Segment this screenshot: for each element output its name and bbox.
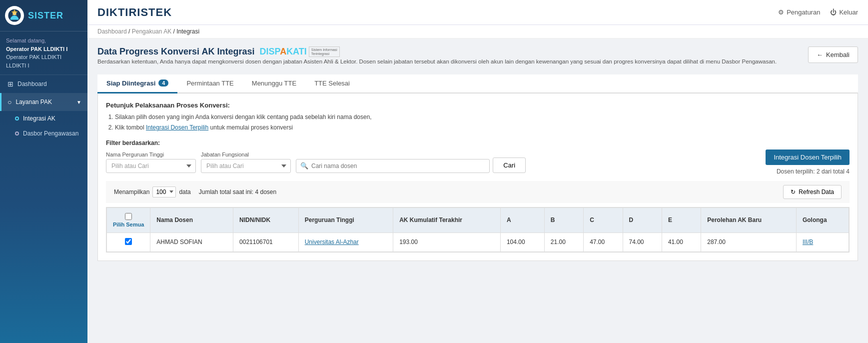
kembali-button[interactable]: ← Kembali [808,46,858,63]
th-col-d: D [623,208,662,232]
jabatan-fungsional-label: Jabatan Fungsional [201,152,291,158]
page-description: Berdasarkan ketentuan, Anda hanya dapat … [97,57,777,66]
user-greeting: Selamat datang, [6,36,81,45]
row-checkbox-0[interactable] [125,238,132,245]
brand-logo-badge: Sistem Informasi Terintegrasi [309,46,340,57]
refresh-label: Refresh Data [799,188,834,196]
instructions-section: Petunjuk Pelaksanaan Proses Konversi: Si… [106,102,850,134]
search-section: Search 🔍 Cari [296,152,526,173]
page-content: Data Progress Konversi AK Integrasi DISP… [87,38,868,343]
logout-icon: ⏻ [830,8,837,16]
submenu-dot-integrasi [15,116,19,120]
cari-label: Cari [503,162,515,169]
sidebar-dasbor-label: Dasbor Pengawasan [23,130,78,137]
perguruan-tinggi-select[interactable]: Pilih atau Cari [106,159,196,173]
integrasi-link-text[interactable]: Integrasi Dosen Terpilih [146,124,208,131]
perguruan-tinggi-filter: Nama Perguruan Tinggi Pilih atau Cari [106,152,196,173]
instructions-list: Silakan pilih dosen yang ingin Anda konv… [106,112,850,134]
sidebar-item-integrasi-ak[interactable]: Integrasi AK [0,111,87,126]
chevron-icon: ▼ [76,100,81,105]
page-header: Data Progress Konversi AK Integrasi DISP… [97,46,858,72]
search-icon: 🔍 [300,162,308,170]
sidebar-submenu-layanan-pak: Integrasi AK Dasbor Pengawasan [0,111,87,141]
search-input[interactable] [311,160,485,172]
kembali-label: Kembali [826,51,850,58]
instruction-step-1: Silakan pilih dosen yang ingin Anda konv… [115,112,850,123]
th-col-e: E [662,208,701,232]
jabatan-fungsional-select[interactable]: Pilih atau Cari [201,159,291,173]
tab-siap-label: Siap Diintegrasi [106,80,155,87]
sidebar-item-dasbor-pengawasan[interactable]: Dasbor Pengawasan [0,126,87,141]
td-golongan-0: III/B [796,232,849,252]
th-checkbox: Pilih Semua [107,208,150,232]
sidebar-title: SISTER [28,10,63,21]
gear-icon: ⚙ [778,8,784,16]
sidebar-item-layanan-pak-label: Layanan PAK [15,98,52,106]
td-checkbox-0 [107,232,150,252]
tab-permintaan-tte[interactable]: Permintaan TTE [177,74,242,94]
th-ak-kumulatif: AK Kumulatif Terakhir [393,208,501,232]
breadcrumb-dashboard[interactable]: Dashboard [97,28,127,35]
selected-info: Dosen terpilih: 2 dari total 4 [777,168,850,175]
td-perolehan-ak-0: 287.00 [701,232,797,252]
topbar: DIKTIRISTEK ⚙ Pengaturan ⏻ Keluar [87,0,868,25]
tab-menunggu-tte[interactable]: Menunggu TTE [243,74,305,94]
td-nama-dosen-0: AHMAD SOFIAN [150,232,233,252]
sidebar-item-layanan-pak[interactable]: ○ Layanan PAK ▼ [0,93,87,111]
perguruan-tinggi-link-0[interactable]: Universitas Al-Azhar [305,238,359,246]
data-label: data [179,188,190,196]
dispakati-badge: DISPAKATI Sistem Informasi Terintegrasi [259,46,339,57]
th-nama-dosen: Nama Dosen [150,208,233,232]
table-header-row: Pilih Semua Nama Dosen NIDN/NIDK Perguru… [107,208,849,232]
tab-siap-badge: 4 [158,80,168,86]
integrasi-label: Integrasi Dosen Terpilih [774,154,842,161]
brand-a: A [280,46,286,56]
show-row: Menampilkan 100 data Jumlah total saat i… [114,186,276,198]
filter-row: Nama Perguruan Tinggi Pilih atau Cari Ja… [106,150,850,175]
pengaturan-label: Pengaturan [787,8,820,16]
th-nidn: NIDN/NIDK [233,208,299,232]
filter-label: Filter berdasarkan: [106,140,850,146]
sidebar-user: Selamat datang, Operator PAK LLDIKTI I O… [0,32,87,75]
refresh-icon: ↻ [791,188,796,196]
topbar-actions: ⚙ Pengaturan ⏻ Keluar [778,8,858,16]
integrasi-action-section: Integrasi Dosen Terpilih Dosen terpilih:… [766,150,850,175]
sidebar-item-dashboard-label: Dashboard [17,80,47,88]
tab-tte-selesai[interactable]: TTE Selesai [305,74,359,94]
integrasi-dosen-button[interactable]: Integrasi Dosen Terpilih [766,150,850,165]
sidebar-item-dashboard[interactable]: ⊞ Dashboard [0,75,87,93]
instructions-title: Petunjuk Pelaksanaan Proses Konversi: [106,102,850,109]
sidebar-header: SISTER [0,0,87,32]
breadcrumb-pengakuan-ak[interactable]: Pengakuan AK [132,28,171,35]
page-size-select[interactable]: 100 [152,186,176,198]
tab-menunggu-label: Menunggu TTE [252,80,296,87]
jumlah-info: Jumlah total saat ini: 4 dosen [199,188,276,196]
perguruan-tinggi-label: Nama Perguruan Tinggi [106,152,196,158]
td-nidn-0: 0021106701 [233,232,299,252]
filter-section: Filter berdasarkan: Nama Perguruan Tingg… [106,140,850,175]
th-col-a: A [500,208,544,232]
breadcrumb: Dashboard / Pengakuan AK / Integrasi [87,25,868,38]
menampilkan-label: Menampilkan [114,188,149,196]
dispakati-text: DISPAKATI [259,46,306,57]
td-b-0: 21.00 [544,232,583,252]
sidebar: SISTER Selamat datang, Operator PAK LLDI… [0,0,87,343]
tab-permintaan-label: Permintaan TTE [186,80,233,87]
refresh-data-button[interactable]: ↻ Refresh Data [783,185,842,199]
cari-button[interactable]: Cari [493,158,526,173]
user-role: Operator PAK LLDIKTI LLDIKTI I [6,53,81,70]
user-name: Operator PAK LLDIKTI I [6,45,81,54]
td-perguruan-tinggi-0: Universitas Al-Azhar [298,232,393,252]
keluar-link[interactable]: ⏻ Keluar [830,8,858,16]
sidebar-menu: ⊞ Dashboard ○ Layanan PAK ▼ Integrasi AK… [0,75,87,141]
th-perolehan-ak: Perolehan AK Baru [701,208,797,232]
layanan-pak-icon: ○ [7,98,11,106]
golongan-link-0[interactable]: III/B [803,238,813,246]
tab-siap-diintegrasi[interactable]: Siap Diintegrasi 4 [97,74,177,94]
th-col-b: B [544,208,583,232]
td-d-0: 74.00 [623,232,662,252]
td-a-0: 104.00 [500,232,544,252]
pengaturan-link[interactable]: ⚙ Pengaturan [778,8,820,16]
search-label: Search [296,152,490,158]
select-all-checkbox[interactable] [125,213,132,220]
